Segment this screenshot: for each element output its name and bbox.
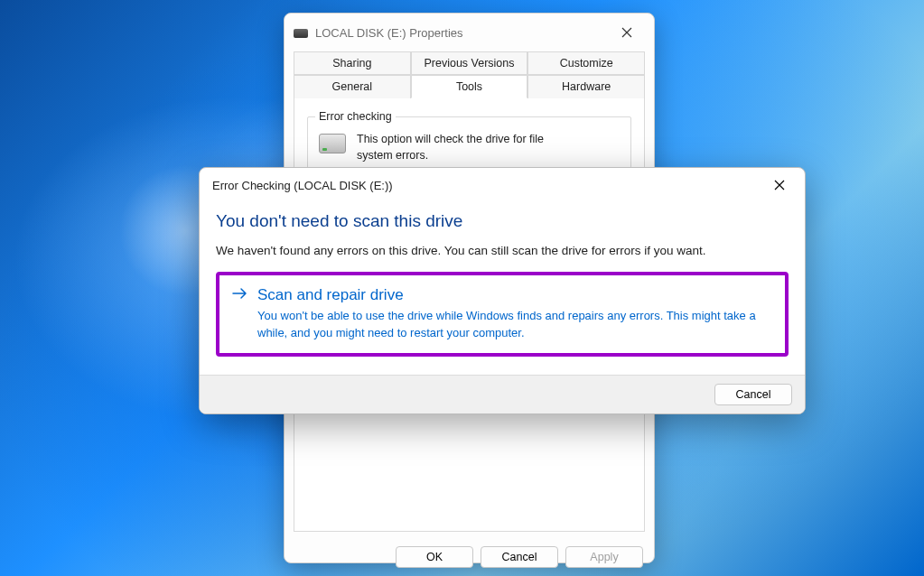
tab-tools[interactable]: Tools (411, 75, 528, 98)
close-icon[interactable] (609, 19, 645, 46)
tab-row-back: Sharing Previous Versions Customize (294, 51, 645, 75)
tabs-area: Sharing Previous Versions Customize Gene… (285, 46, 654, 98)
scan-option-subtitle: You won't be able to use the drive while… (257, 308, 772, 342)
tab-customize[interactable]: Customize (527, 51, 645, 75)
tab-row-front: General Tools Hardware (294, 75, 645, 98)
dialog-footer: Cancel (200, 375, 805, 413)
error-checking-label: Error checking (315, 110, 396, 123)
tab-previous-versions[interactable]: Previous Versions (411, 51, 528, 75)
arrow-right-icon (232, 286, 248, 306)
scan-and-repair-option[interactable]: Scan and repair drive You won't be able … (216, 272, 789, 357)
close-icon[interactable] (761, 172, 798, 198)
properties-titlebar[interactable]: LOCAL DISK (E:) Properties (285, 14, 654, 46)
apply-button: Apply (565, 546, 643, 568)
cancel-button[interactable]: Cancel (481, 546, 558, 568)
ok-button[interactable]: OK (396, 546, 473, 568)
tab-hardware[interactable]: Hardware (527, 75, 645, 98)
drive-icon (294, 29, 308, 38)
dialog-body: You don't need to scan this drive We hav… (200, 200, 805, 375)
properties-buttons: OK Cancel Apply (285, 539, 654, 576)
dialog-title: Error Checking (LOCAL DISK (E:)) (212, 179, 761, 192)
tab-sharing[interactable]: Sharing (294, 51, 411, 75)
dialog-heading: You don't need to scan this drive (216, 211, 789, 231)
error-checking-text: This option will check the drive for fil… (357, 132, 555, 163)
dialog-titlebar[interactable]: Error Checking (LOCAL DISK (E:)) (200, 168, 805, 200)
properties-window-title: LOCAL DISK (E:) Properties (315, 26, 609, 40)
error-checking-dialog: Error Checking (LOCAL DISK (E:)) You don… (199, 167, 806, 414)
dialog-cancel-button[interactable]: Cancel (714, 384, 792, 405)
drive-image-icon (319, 134, 346, 153)
dialog-description: We haven't found any errors on this driv… (216, 244, 789, 257)
scan-option-title: Scan and repair drive (257, 286, 772, 304)
tab-general[interactable]: General (294, 75, 411, 98)
